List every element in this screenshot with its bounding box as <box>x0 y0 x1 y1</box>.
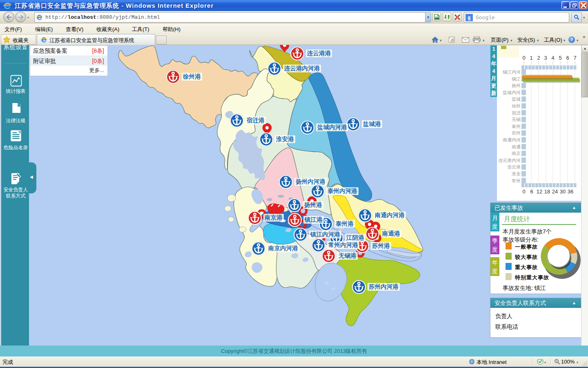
svg-text:盐城内河: 盐城内河 <box>503 90 521 95</box>
svg-text:泰州: 泰州 <box>512 124 521 129</box>
svg-text:2: 2 <box>537 55 540 61</box>
svg-text:宿迁: 宿迁 <box>512 110 521 115</box>
svg-text:6: 6 <box>566 55 569 61</box>
svg-text:常州: 常州 <box>512 178 521 183</box>
svg-text:3: 3 <box>544 55 547 61</box>
svg-text:7: 7 <box>573 55 576 61</box>
svg-text:6: 6 <box>530 188 533 195</box>
svg-text:盐城: 盐城 <box>512 96 521 101</box>
svg-text:南通内河: 南通内河 <box>503 137 521 142</box>
svg-text:连云港: 连云港 <box>507 164 521 169</box>
svg-text:淮安: 淮安 <box>511 171 521 176</box>
svg-text:南京: 南京 <box>512 151 521 156</box>
svg-text:24: 24 <box>552 188 558 195</box>
svg-text:5: 5 <box>559 55 561 61</box>
svg-text:12: 12 <box>537 188 542 195</box>
svg-text:连云港内河: 连云港内河 <box>498 158 521 163</box>
svg-text:无锡: 无锡 <box>512 117 521 122</box>
svg-text:1: 1 <box>530 55 532 61</box>
svg-text:36: 36 <box>568 188 573 195</box>
svg-text:0: 0 <box>522 188 525 195</box>
svg-text:扬州: 扬州 <box>511 83 521 88</box>
svg-text:4: 4 <box>551 55 554 61</box>
svg-text:镇江内河: 镇江内河 <box>503 70 521 74</box>
svg-text:0: 0 <box>522 55 525 61</box>
svg-text:18: 18 <box>544 188 550 195</box>
svg-text:苏州: 苏州 <box>512 130 521 135</box>
svg-text:镇江: 镇江 <box>512 76 521 81</box>
svg-text:徐州: 徐州 <box>512 103 521 108</box>
svg-text:南通: 南通 <box>512 144 521 149</box>
svg-text:30: 30 <box>560 188 566 195</box>
